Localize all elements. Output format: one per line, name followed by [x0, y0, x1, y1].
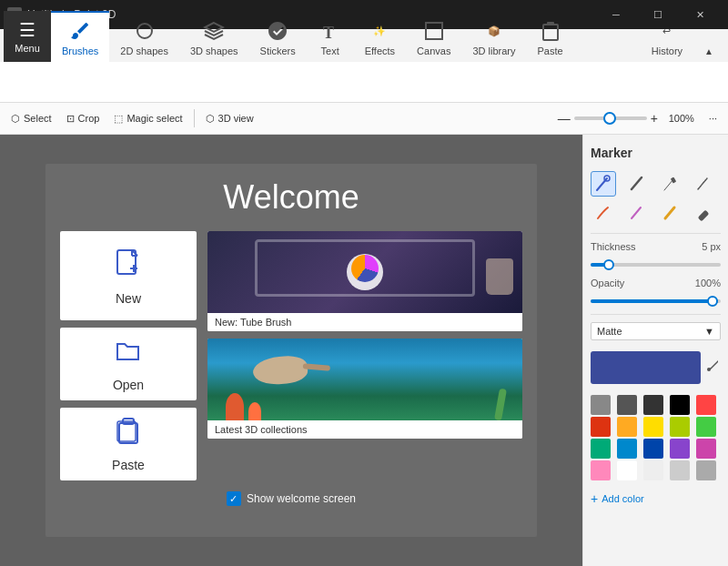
open-folder-icon [114, 337, 143, 372]
tab-2d-shapes[interactable]: 2D shapes [109, 11, 179, 62]
stickers-icon [265, 18, 290, 44]
video-card-1[interactable]: New: Tube Brush [207, 231, 522, 331]
brushes-icon [67, 18, 93, 44]
coral-shape [226, 393, 244, 420]
color-cell[interactable] [696, 439, 716, 459]
tab-paste[interactable]: Paste [526, 11, 573, 62]
tab-brushes-label: Brushes [62, 45, 98, 56]
new-button[interactable]: New [60, 231, 197, 320]
tab-brushes[interactable]: Brushes [51, 11, 109, 62]
style-dropdown[interactable]: Matte ▼ [591, 322, 721, 340]
video-thumbnail-1 [207, 231, 522, 313]
color-cell[interactable] [670, 417, 690, 437]
thickness-slider[interactable] [591, 263, 721, 267]
color-cell[interactable] [617, 417, 637, 437]
color-cell[interactable] [643, 439, 663, 459]
brush-item-3[interactable] [658, 171, 683, 197]
zoom-value: 100% [665, 113, 698, 124]
color-cell[interactable] [696, 417, 716, 437]
svg-rect-16 [698, 210, 710, 222]
tab-3d-library[interactable]: 📦 3D library [461, 11, 526, 62]
brush-item-4[interactable] [691, 171, 716, 197]
brush-grid [591, 171, 721, 226]
opacity-label: Opacity [591, 278, 624, 288]
color-cell[interactable] [591, 439, 611, 459]
crop-tool[interactable]: ⊡ Crop [63, 111, 104, 126]
brush-item-8[interactable] [691, 200, 716, 226]
menu-icon: ☰ [19, 19, 35, 41]
tab-stickers[interactable]: Stickers [249, 11, 307, 62]
main-color-swatch[interactable] [591, 351, 701, 384]
brush-item-5[interactable] [591, 200, 616, 226]
color-cell[interactable] [617, 439, 637, 459]
tab-effects[interactable]: ✨ Effects [354, 11, 406, 62]
zoom-control[interactable]: — + [558, 111, 658, 126]
thickness-thumb[interactable] [603, 259, 614, 270]
tab-history-label: History [652, 45, 682, 56]
crop-icon: ⊡ [66, 113, 75, 125]
paste-button[interactable]: Paste [60, 408, 197, 480]
magic-select-tool[interactable]: ⬚ Magic select [110, 111, 186, 126]
ribbon: ☰ Menu Brushes 2D shapes 3D shapes Sti [0, 29, 728, 102]
add-color-button[interactable]: + Add color [591, 488, 721, 510]
select-tool[interactable]: ⬡ Select [7, 111, 56, 126]
right-panel: Marker [582, 135, 728, 566]
coral-shape-2 [248, 402, 261, 420]
color-cell[interactable] [591, 417, 611, 437]
color-cell[interactable] [696, 395, 716, 415]
stingray-tail [303, 363, 330, 371]
color-cell[interactable] [617, 395, 637, 415]
brush-item-7[interactable] [658, 200, 683, 226]
opacity-thumb[interactable] [707, 296, 718, 307]
brush-item-2[interactable] [624, 171, 650, 197]
chevron-up-icon: ▲ [704, 46, 713, 56]
color-cell[interactable] [696, 460, 716, 480]
effects-icon: ✨ [367, 18, 392, 44]
show-welcome-checkbox[interactable]: ✓ [227, 491, 241, 506]
zoom-plus-icon[interactable]: + [651, 111, 658, 126]
color-cell[interactable] [670, 395, 690, 415]
color-cell[interactable] [643, 417, 663, 437]
add-color-label: Add color [602, 493, 643, 504]
color-cell[interactable] [591, 460, 611, 480]
eyedropper-button[interactable] [704, 358, 721, 378]
video-label-2: Latest 3D collections [207, 420, 522, 439]
collapse-ribbon-button[interactable]: ▲ [693, 11, 724, 62]
color-cell[interactable] [643, 460, 663, 480]
brush-item-1[interactable] [591, 171, 616, 197]
tab-paste-label: Paste [537, 45, 562, 56]
zoom-slider-thumb[interactable] [603, 112, 616, 125]
toolbar-sep1 [194, 109, 195, 127]
monitor-shape [255, 239, 475, 297]
3d-library-icon: 📦 [481, 18, 507, 44]
color-cell[interactable] [617, 460, 637, 480]
open-button[interactable]: Open [60, 328, 197, 400]
zoom-slider-track[interactable] [574, 116, 647, 120]
more-options-button[interactable]: ··· [705, 111, 721, 126]
brush-item-6[interactable] [624, 200, 650, 226]
color-cell[interactable] [643, 395, 663, 415]
abstract-circle [351, 255, 379, 282]
zoom-minus-icon[interactable]: — [558, 111, 571, 126]
tab-canvas-label: Canvas [417, 45, 450, 56]
2d-shapes-icon [132, 18, 157, 44]
thickness-label: Thickness [591, 241, 636, 252]
tab-stickers-label: Stickers [260, 45, 296, 56]
tab-history[interactable]: ↩ History [641, 11, 693, 62]
tab-text[interactable]: T Text [307, 11, 354, 62]
video-card-2[interactable]: Latest 3D collections [207, 339, 522, 439]
new-label: New [116, 291, 141, 306]
color-cell[interactable] [591, 395, 611, 415]
color-cell[interactable] [670, 439, 690, 459]
tab-canvas[interactable]: Canvas [406, 11, 461, 62]
tab-2d-label: 2D shapes [120, 45, 168, 56]
tab-3d-shapes[interactable]: 3D shapes [179, 11, 249, 62]
opacity-slider[interactable] [591, 299, 721, 303]
minimize-button[interactable]: ─ [595, 0, 637, 29]
ocean-scene [207, 339, 522, 420]
3d-view-tool[interactable]: ⬡ 3D view [202, 111, 258, 126]
color-cell[interactable] [670, 460, 690, 480]
tab-3d-label: 3D shapes [190, 45, 238, 56]
canvas-icon [421, 18, 447, 44]
tab-menu[interactable]: ☰ Menu [4, 11, 51, 62]
